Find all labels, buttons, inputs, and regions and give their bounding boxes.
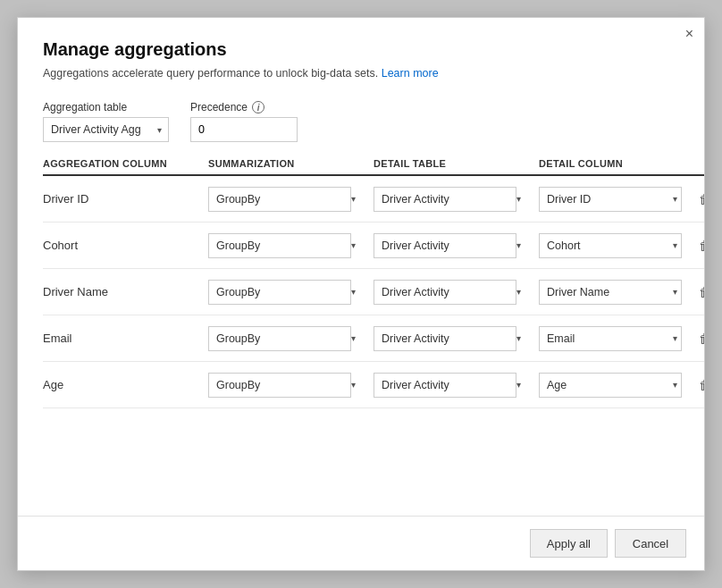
manage-aggregations-dialog: × Manage aggregations Aggregations accel…	[17, 17, 705, 571]
agg-table-label: Aggregation table	[43, 101, 169, 113]
col-header-actions	[695, 158, 704, 169]
agg-table-select[interactable]: Driver Activity Agg	[43, 117, 169, 142]
agg-col-label: Driver ID	[43, 192, 88, 206]
aggregations-table: AGGREGATION COLUMN SUMMARIZATION DETAIL …	[18, 151, 704, 516]
precedence-input[interactable]	[190, 117, 298, 142]
table-body: Driver IDGroupBySumCountMinMaxAverage▾Dr…	[43, 176, 704, 516]
delete-row-button[interactable]: 🗑	[695, 189, 704, 210]
summarization-arrow-icon: ▾	[351, 380, 356, 390]
detail-table-select[interactable]: Driver Activity	[374, 187, 516, 212]
agg-table-select-wrapper: Driver Activity Agg ▾	[43, 117, 169, 142]
summarization-select[interactable]: GroupBySumCountMinMaxAverage	[208, 280, 351, 305]
summarization-select[interactable]: GroupBySumCountMinMaxAverage	[208, 233, 351, 258]
table-row: EmailGroupBySumCountMinMaxAverage▾Driver…	[43, 315, 704, 362]
dialog-subtitle: Aggregations accelerate query performanc…	[43, 67, 679, 80]
summarization-select[interactable]: GroupBySumCountMinMaxAverage	[208, 326, 351, 351]
detail-column-select[interactable]: Driver IDCohortDriver NameEmailAge	[539, 373, 682, 398]
summarization-select-wrapper: GroupBySumCountMinMaxAverage▾	[208, 233, 363, 258]
detail-column-select[interactable]: Driver IDCohortDriver NameEmailAge	[539, 280, 682, 305]
learn-more-link[interactable]: Learn more	[382, 67, 439, 80]
summarization-select-wrapper: GroupBySumCountMinMaxAverage▾	[208, 373, 363, 398]
detail-column-select-wrapper: Driver IDCohortDriver NameEmailAge▾	[539, 233, 684, 258]
detail-table-arrow-icon: ▾	[516, 380, 521, 390]
col-header-agg-column: AGGREGATION COLUMN	[43, 158, 208, 169]
controls-row: Aggregation table Driver Activity Agg ▾ …	[18, 88, 704, 151]
table-row: CohortGroupBySumCountMinMaxAverage▾Drive…	[43, 223, 704, 269]
detail-column-select-wrapper: Driver IDCohortDriver NameEmailAge▾	[539, 280, 684, 305]
col-header-detail-table: DETAIL TABLE	[374, 158, 539, 169]
dialog-footer: Apply all Cancel	[18, 516, 704, 570]
summarization-arrow-icon: ▾	[351, 287, 356, 297]
detail-table-select-wrapper: Driver Activity▾	[374, 233, 528, 258]
detail-column-select[interactable]: Driver IDCohortDriver NameEmailAge	[539, 187, 682, 212]
delete-row-button[interactable]: 🗑	[695, 374, 704, 396]
table-row: Driver NameGroupBySumCountMinMaxAverage▾…	[43, 269, 704, 315]
table-header: AGGREGATION COLUMN SUMMARIZATION DETAIL …	[43, 151, 704, 176]
summarization-select[interactable]: GroupBySumCountMinMaxAverage	[208, 187, 351, 212]
delete-row-button[interactable]: 🗑	[695, 281, 704, 303]
detail-table-arrow-icon: ▾	[516, 287, 521, 297]
apply-all-button[interactable]: Apply all	[530, 529, 608, 558]
detail-table-select-wrapper: Driver Activity▾	[374, 187, 528, 212]
agg-col-label: Cohort	[43, 239, 78, 252]
summarization-select-wrapper: GroupBySumCountMinMaxAverage▾	[208, 280, 363, 305]
precedence-info-icon: i	[252, 101, 264, 113]
precedence-control: Precedence i	[190, 101, 298, 142]
detail-table-select[interactable]: Driver Activity	[374, 326, 516, 351]
summarization-select-wrapper: GroupBySumCountMinMaxAverage▾	[208, 326, 363, 351]
detail-table-select-wrapper: Driver Activity▾	[374, 373, 528, 398]
table-row: Driver IDGroupBySumCountMinMaxAverage▾Dr…	[43, 176, 704, 223]
detail-table-select[interactable]: Driver Activity	[374, 280, 516, 305]
detail-table-select-wrapper: Driver Activity▾	[374, 326, 528, 351]
detail-table-select[interactable]: Driver Activity	[374, 373, 516, 398]
precedence-label: Precedence i	[190, 101, 298, 113]
detail-table-arrow-icon: ▾	[516, 194, 521, 204]
summarization-arrow-icon: ▾	[351, 240, 356, 250]
summarization-select[interactable]: GroupBySumCountMinMaxAverage	[208, 373, 351, 398]
detail-column-select-wrapper: Driver IDCohortDriver NameEmailAge▾	[539, 326, 684, 351]
agg-table-control: Aggregation table Driver Activity Agg ▾	[43, 101, 169, 142]
delete-row-button[interactable]: 🗑	[695, 328, 704, 349]
cancel-button[interactable]: Cancel	[615, 529, 686, 558]
table-row: AgeGroupBySumCountMinMaxAverage▾Driver A…	[43, 362, 704, 408]
detail-column-select[interactable]: Driver IDCohortDriver NameEmailAge	[539, 233, 682, 258]
col-header-detail-column: DETAIL COLUMN	[539, 158, 695, 169]
agg-col-label: Email	[43, 332, 72, 345]
summarization-arrow-icon: ▾	[351, 194, 356, 204]
detail-column-select[interactable]: Driver IDCohortDriver NameEmailAge	[539, 326, 682, 351]
detail-table-select-wrapper: Driver Activity▾	[374, 280, 528, 305]
summarization-arrow-icon: ▾	[351, 333, 356, 343]
detail-table-arrow-icon: ▾	[516, 333, 521, 343]
delete-row-button[interactable]: 🗑	[695, 235, 704, 256]
col-header-summarization: SUMMARIZATION	[208, 158, 374, 169]
agg-col-label: Driver Name	[43, 285, 108, 298]
close-button[interactable]: ×	[685, 27, 693, 41]
agg-col-label: Age	[43, 378, 63, 391]
dialog-title: Manage aggregations	[43, 39, 679, 60]
summarization-select-wrapper: GroupBySumCountMinMaxAverage▾	[208, 187, 363, 212]
detail-table-arrow-icon: ▾	[516, 240, 521, 250]
detail-column-select-wrapper: Driver IDCohortDriver NameEmailAge▾	[539, 187, 684, 212]
detail-column-select-wrapper: Driver IDCohortDriver NameEmailAge▾	[539, 373, 684, 398]
dialog-header: Manage aggregations Aggregations acceler…	[18, 18, 704, 88]
detail-table-select[interactable]: Driver Activity	[374, 233, 516, 258]
